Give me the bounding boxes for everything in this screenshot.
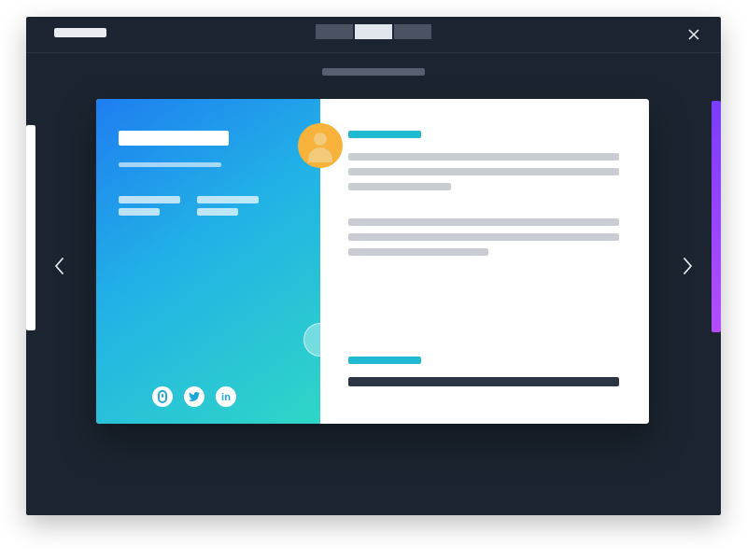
social-twitter[interactable] <box>184 386 204 407</box>
split-handle[interactable] <box>303 323 337 357</box>
about-line <box>348 183 451 190</box>
about-line <box>348 233 619 241</box>
twitter-icon <box>189 392 200 401</box>
section-about-title <box>348 131 421 138</box>
topbar <box>26 17 721 62</box>
social-website[interactable] <box>152 386 173 407</box>
profile-name <box>119 131 229 146</box>
social-links: in <box>152 386 236 407</box>
about-line <box>348 168 619 175</box>
mouse-icon <box>158 390 167 403</box>
tab-3[interactable] <box>394 24 431 39</box>
next-slide-peek[interactable] <box>712 101 721 332</box>
section-2-bar <box>348 377 619 386</box>
profile-card: in <box>96 99 649 424</box>
about-line <box>348 218 619 226</box>
brand-text <box>54 28 55 29</box>
page-subtitle <box>322 68 425 76</box>
social-linkedin[interactable]: in <box>216 386 236 407</box>
avatar <box>298 123 343 168</box>
prev-button[interactable] <box>47 253 73 279</box>
profile-field-b-label <box>197 196 259 203</box>
lightbox-stage: in <box>26 17 721 515</box>
chevron-left-icon <box>51 255 68 277</box>
section-2-title <box>348 357 421 364</box>
profile-tagline <box>119 162 221 167</box>
linkedin-icon: in <box>221 392 231 402</box>
chevron-right-icon <box>679 255 696 277</box>
close-icon <box>687 28 700 41</box>
view-tabs <box>316 24 431 39</box>
topbar-divider <box>26 52 721 53</box>
tab-2[interactable] <box>355 24 392 39</box>
tab-1[interactable] <box>316 24 353 39</box>
close-button[interactable] <box>685 26 702 43</box>
profile-field-a-value <box>119 208 160 216</box>
about-line <box>348 248 488 256</box>
brand-logo <box>54 28 106 37</box>
about-line <box>348 153 619 161</box>
card-left-panel: in <box>96 99 320 424</box>
profile-field-b-value <box>197 208 238 216</box>
profile-field-a-label <box>119 196 180 203</box>
next-button[interactable] <box>674 253 700 279</box>
prev-slide-peek[interactable] <box>26 125 35 330</box>
card-right-panel <box>320 99 649 424</box>
